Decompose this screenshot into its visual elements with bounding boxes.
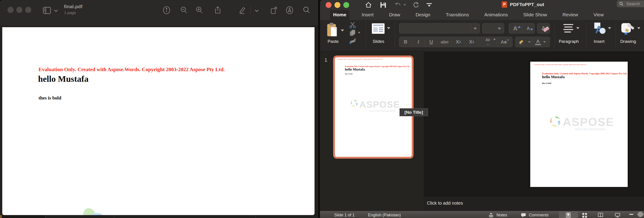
undo-icon[interactable] [394,1,402,8]
font-name-combobox[interactable] [399,23,480,34]
slide-aspose-tagline: Your File Format APIs [575,127,606,131]
zoom-out-minus-icon[interactable] [629,214,633,215]
traffic-zoom-inactive[interactable] [25,7,31,13]
slide-body-text: thes is bold [542,82,551,84]
format-painter-icon[interactable] [349,37,357,44]
notes-toggle-label[interactable]: Notes [496,213,507,218]
status-language[interactable]: English (Pakistan) [368,213,401,218]
rotate-icon[interactable] [270,6,278,14]
preview-toolbar: final.pdf 1 page [0,0,318,26]
markup-chevron-down-icon[interactable] [254,8,259,13]
tab-review[interactable]: Review [559,10,581,20]
powerpoint-window: P PDFToPPT_out Search Home Insert Draw D… [320,0,644,218]
copy-dropdown-caret[interactable] [358,32,360,34]
pdf-heading: hello Mustafa [38,74,88,84]
paste-clipboard-icon[interactable] [327,23,338,38]
highlight-caret[interactable] [528,41,531,43]
slide-sorter-view-icon[interactable] [582,212,587,218]
home-icon[interactable] [365,1,372,8]
paste-button-label[interactable]: Paste [324,39,342,44]
zoom-out-icon[interactable] [180,6,188,14]
highlight-pen-icon[interactable] [285,6,294,14]
customize-toolbar-icon[interactable] [426,1,433,8]
search-icon[interactable] [302,6,311,14]
status-slide-count: Slide 1 of 1 [334,213,355,218]
drawing-button-label[interactable]: Drawing [618,39,638,44]
font-size-caret[interactable] [498,28,501,30]
comments-icon[interactable] [521,212,526,218]
tab-home[interactable]: Home [330,10,350,20]
drawing-icon[interactable] [620,22,636,36]
share-icon[interactable] [214,6,222,14]
paste-dropdown-caret[interactable] [341,30,344,32]
traffic-minimize[interactable] [334,2,340,8]
font-color-button[interactable]: A [533,37,543,47]
dock-segment [256,215,318,218]
paragraph-icon[interactable] [562,24,574,34]
text-highlight-button[interactable] [515,37,528,47]
tab-design[interactable]: Design [412,10,434,20]
notes-toggle-icon[interactable] [488,212,494,218]
superscript-button[interactable]: X2 [452,37,465,47]
underline-button[interactable]: U [425,37,438,47]
thumb-aspose-tagline: Your File Format APIs [369,110,395,113]
italic-button[interactable]: I [412,37,425,47]
tab-slide-show[interactable]: Slide Show [520,10,550,20]
save-icon[interactable] [380,1,387,8]
slides-dropdown-caret[interactable] [387,27,390,29]
tab-transitions[interactable]: Transitions [442,10,472,20]
insert-icon[interactable]: A [592,22,606,35]
font-size-combobox[interactable] [482,23,504,34]
markup-pencil-icon[interactable] [238,6,246,14]
bold-button[interactable]: B [399,37,412,47]
slide-edit-area[interactable]: Evaluation Only. Created with Aspose.PDF… [424,52,644,196]
search-field[interactable]: Search [617,0,644,7]
comments-label[interactable]: Comments [529,213,548,218]
zoom-in-icon[interactable] [195,6,204,14]
paragraph-button-label[interactable]: Paragraph [557,39,580,44]
reading-view-icon[interactable] [598,212,603,218]
strikethrough-button[interactable]: abe [438,37,452,47]
traffic-close-inactive[interactable] [8,7,14,13]
tab-insert[interactable]: Insert [358,10,377,20]
tab-draw[interactable]: Draw [386,10,403,20]
slides-icon[interactable] [372,23,385,34]
font-color-caret[interactable] [544,41,546,43]
normal-view-icon[interactable] [566,212,571,218]
redo-icon[interactable] [412,1,420,8]
subscript-button[interactable]: X2 [465,37,478,47]
traffic-close[interactable] [326,2,332,8]
dock-segment [45,215,113,218]
undo-dropdown-caret[interactable] [403,4,406,6]
insert-dropdown-caret[interactable] [608,27,611,29]
info-icon[interactable] [162,6,171,14]
tab-view[interactable]: View [590,10,607,20]
slide-thumbnail-selected[interactable]: Evaluation Only. Created with Aspose.PDF… [333,56,414,159]
grow-font-button[interactable]: A [509,23,522,33]
thumb-aspose-watermark: ASPOSE [350,100,400,110]
pdf-page[interactable]: Evaluation Only. Created with Aspose.Wor… [2,27,314,215]
notes-pane[interactable]: Click to add notes [424,196,644,211]
zoom-slider-knob[interactable] [638,212,643,217]
slide-aspose-pdf-line: Evaluation Only. Created with Aspose.PDF… [534,64,586,66]
copy-icon[interactable] [350,30,356,36]
change-case-button[interactable]: Aa ⟳ [498,37,512,47]
paragraph-dropdown-caret[interactable] [576,27,580,29]
sidebar-chevron-down-icon[interactable] [54,8,58,13]
traffic-zoom[interactable] [343,2,349,8]
slide-heading: hello Mustafa [542,75,565,79]
tab-animations[interactable]: Animations [481,10,511,20]
cut-icon[interactable] [349,22,357,28]
character-spacing-button[interactable]: AV ↔ [478,37,497,47]
ribbon-group-divider [616,22,616,48]
sidebar-toggle-icon[interactable] [42,6,51,15]
clear-formatting-button[interactable]: A [537,23,550,34]
main-slide[interactable]: Evaluation Only. Created with Aspose.PDF… [530,62,628,187]
font-name-caret[interactable] [474,28,477,30]
shrink-font-button[interactable]: A [522,23,534,33]
slide-show-view-icon[interactable] [615,212,620,218]
drawing-dropdown-caret[interactable] [637,27,640,29]
traffic-minimize-inactive[interactable] [16,7,22,13]
insert-button-label[interactable]: Insert [590,39,608,44]
slides-button-label[interactable]: Slides [369,39,388,44]
